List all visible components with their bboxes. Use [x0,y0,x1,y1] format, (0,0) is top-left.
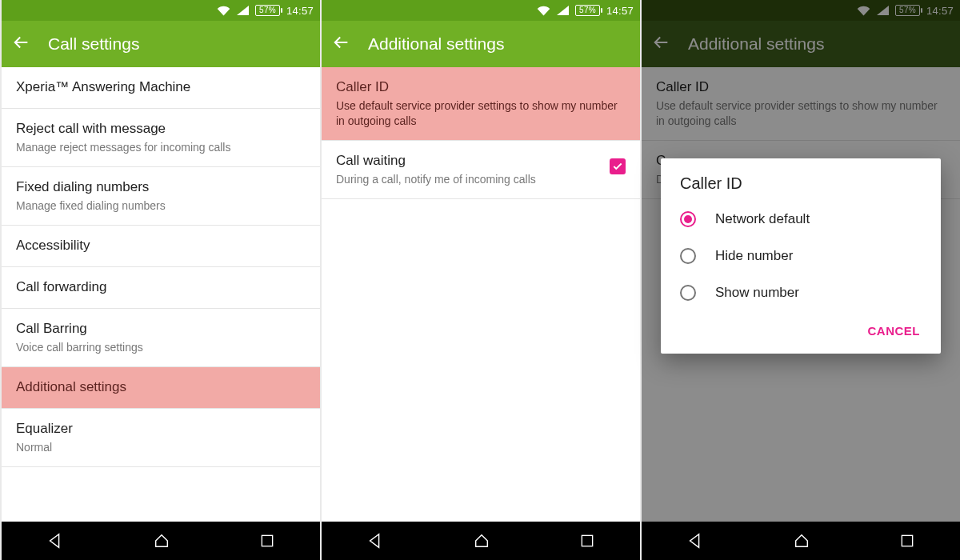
system-nav-bar [322,522,640,560]
nav-home-icon[interactable] [473,532,490,550]
signal-icon [557,5,569,16]
back-icon[interactable] [13,34,30,55]
wifi-icon [537,5,550,16]
item-call-barring[interactable]: Call BarringVoice call barring settings [2,309,320,367]
radio-icon [680,248,696,264]
settings-list: Xperia™ Answering Machine Reject call wi… [2,67,320,522]
nav-home-icon[interactable] [793,532,810,550]
nav-back-icon[interactable] [366,532,384,550]
item-fixed-dialing[interactable]: Fixed dialing numbersManage fixed dialin… [2,167,320,226]
option-label: Show number [715,285,799,301]
dialog-title: Caller ID [661,158,941,201]
option-show-number[interactable]: Show number [661,274,941,311]
nav-back-icon[interactable] [686,532,704,550]
signal-icon [237,5,249,16]
system-nav-bar [642,522,960,560]
option-hide-number[interactable]: Hide number [661,238,941,274]
item-caller-id[interactable]: Caller ID Use default service provider s… [322,67,640,141]
call-waiting-checkbox[interactable] [610,158,626,174]
radio-icon [680,285,696,301]
svg-rect-0 [262,535,273,546]
wifi-icon [217,5,230,16]
dialog-actions: CANCEL [661,311,941,347]
caller-id-dialog: Caller ID Network default Hide number Sh… [661,158,941,354]
screen-call-settings: 57% 14:57 Call settings Xperia™ Answerin… [0,0,320,560]
screen-additional-settings: 57% 14:57 Additional settings Caller ID … [320,0,640,560]
action-bar: Call settings [2,21,320,67]
battery-indicator: 57% [255,5,280,16]
option-label: Hide number [715,248,793,264]
screen-caller-id-dialog: 57% 14:57 Additional settings Caller ID … [640,0,960,560]
nav-back-icon[interactable] [46,532,64,550]
option-network-default[interactable]: Network default [661,201,941,238]
back-icon[interactable] [333,34,350,55]
nav-recent-icon[interactable] [899,533,915,549]
item-answering-machine[interactable]: Xperia™ Answering Machine [2,67,320,109]
item-reject-call[interactable]: Reject call with messageManage reject me… [2,109,320,167]
page-title: Call settings [48,34,139,54]
action-bar: Additional settings [322,21,640,67]
cancel-button[interactable]: CANCEL [858,318,930,344]
item-accessibility[interactable]: Accessibility [2,226,320,267]
item-call-forwarding[interactable]: Call forwarding [2,267,320,309]
nav-home-icon[interactable] [153,532,170,550]
settings-list: Caller ID Use default service provider s… [322,67,640,522]
status-bar: 57% 14:57 [2,0,320,21]
status-bar: 57% 14:57 [322,0,640,21]
radio-icon [680,211,696,227]
clock: 14:57 [286,5,314,17]
svg-rect-1 [582,535,593,546]
page-title: Additional settings [368,34,504,54]
battery-indicator: 57% [575,5,600,16]
item-equalizer[interactable]: EqualizerNormal [2,409,320,467]
option-label: Network default [715,211,810,227]
nav-recent-icon[interactable] [579,533,595,549]
nav-recent-icon[interactable] [259,533,275,549]
item-call-waiting[interactable]: Call waiting During a call, notify me of… [322,141,640,199]
system-nav-bar [2,522,320,560]
svg-rect-2 [902,535,913,546]
item-additional-settings[interactable]: Additional settings [2,367,320,409]
clock: 14:57 [606,5,634,17]
